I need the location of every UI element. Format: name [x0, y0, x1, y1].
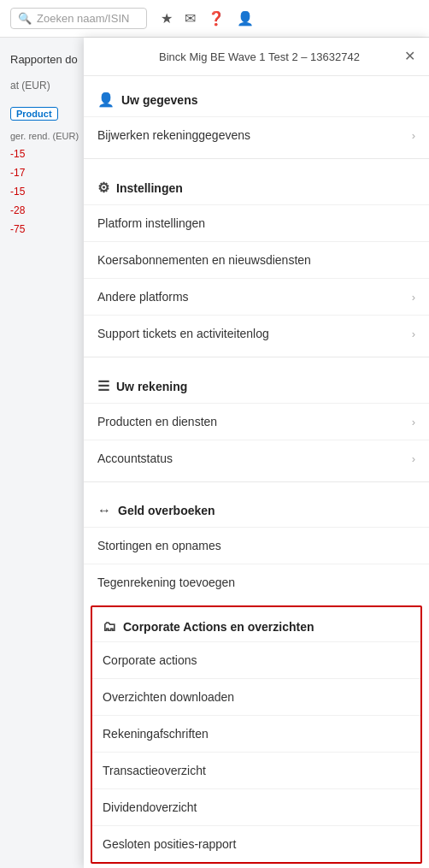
menu-item-bijwerken[interactable]: Bijwerken rekeninggegevens › [84, 116, 429, 153]
divider-3 [84, 481, 429, 482]
star-icon[interactable]: ★ [161, 10, 173, 27]
menu-item-platform[interactable]: Platform instellingen [84, 204, 429, 241]
section-instellingen: ⚙ Instellingen [84, 164, 429, 204]
mail-icon[interactable]: ✉ [185, 10, 196, 27]
menu-item-accountstatus[interactable]: Accountstatus › [84, 440, 429, 476]
section-corporate-actions: 🗂 Corporate Actions en overzichten [92, 607, 420, 641]
top-bar: 🔍 Zoeken naam/ISIN ★ ✉ ❓ 👤 [0, 0, 429, 38]
close-button[interactable]: ✕ [404, 50, 415, 63]
rekening-section-icon: ☰ [97, 378, 109, 394]
section-geld-overboeken: ↔ Geld overboeken [84, 487, 429, 527]
section-uw-gegevens-label: Uw gegevens [121, 93, 197, 107]
highlighted-corporate-section: 🗂 Corporate Actions en overzichten Corpo… [91, 605, 422, 864]
search-input[interactable]: Zoeken naam/ISIN [37, 12, 129, 25]
help-icon[interactable]: ❓ [208, 10, 225, 27]
menu-item-producten[interactable]: Producten en diensten › [84, 403, 429, 440]
menu-item-stortingen[interactable]: Stortingen en opnames [84, 527, 429, 564]
side-panel: Binck Mig BE Wave 1 Test 2 – 13632742 ✕ … [84, 38, 429, 868]
chevron-icon: › [412, 328, 415, 340]
menu-item-gesloten-posities[interactable]: Gesloten posities-rapport [92, 825, 420, 862]
chevron-icon: › [412, 416, 415, 428]
section-uw-rekening: ☰ Uw rekening [84, 363, 429, 403]
top-bar-icons: ★ ✉ ❓ 👤 [161, 10, 254, 27]
section-uw-rekening-label: Uw rekening [116, 380, 187, 393]
menu-item-rekeningafschriften[interactable]: Rekeningafschriften [92, 715, 420, 752]
corporate-section-icon: 🗂 [103, 619, 116, 635]
section-uw-gegevens: 👤 Uw gegevens [84, 76, 429, 116]
menu-item-corporate-actions[interactable]: Corporate actions [92, 641, 420, 678]
section-instellingen-label: Instellingen [116, 181, 183, 195]
panel-header: Binck Mig BE Wave 1 Test 2 – 13632742 ✕ [84, 38, 429, 76]
search-box[interactable]: 🔍 Zoeken naam/ISIN [10, 8, 147, 29]
menu-item-transactieoverzicht[interactable]: Transactieoverzicht [92, 752, 420, 788]
menu-item-dividendoverzicht[interactable]: Dividendoverzicht [92, 788, 420, 825]
menu-item-andere[interactable]: Andere platforms › [84, 278, 429, 315]
menu-item-tegenrekening[interactable]: Tegenrekening toevoegen [84, 564, 429, 600]
gear-section-icon: ⚙ [97, 180, 109, 196]
menu-item-support[interactable]: Support tickets en activiteitenlog › [84, 315, 429, 351]
divider-1 [84, 158, 429, 159]
section-corporate-label: Corporate Actions en overzichten [123, 620, 314, 634]
chevron-icon: › [412, 452, 415, 465]
section-geld-overboeken-label: Geld overboeken [118, 504, 215, 517]
menu-item-overzichten[interactable]: Overzichten downloaden [92, 678, 420, 715]
chevron-icon: › [412, 129, 415, 142]
product-badge[interactable]: Product [10, 107, 58, 121]
chevron-icon: › [412, 291, 415, 304]
panel-title: Binck Mig BE Wave 1 Test 2 – 13632742 [115, 50, 404, 63]
divider-2 [84, 357, 429, 357]
menu-item-koers[interactable]: Koersabonnementen en nieuwsdiensten [84, 241, 429, 278]
search-icon: 🔍 [18, 12, 32, 25]
user-icon[interactable]: 👤 [237, 10, 254, 27]
transfer-section-icon: ↔ [97, 503, 111, 518]
user-section-icon: 👤 [97, 92, 115, 108]
